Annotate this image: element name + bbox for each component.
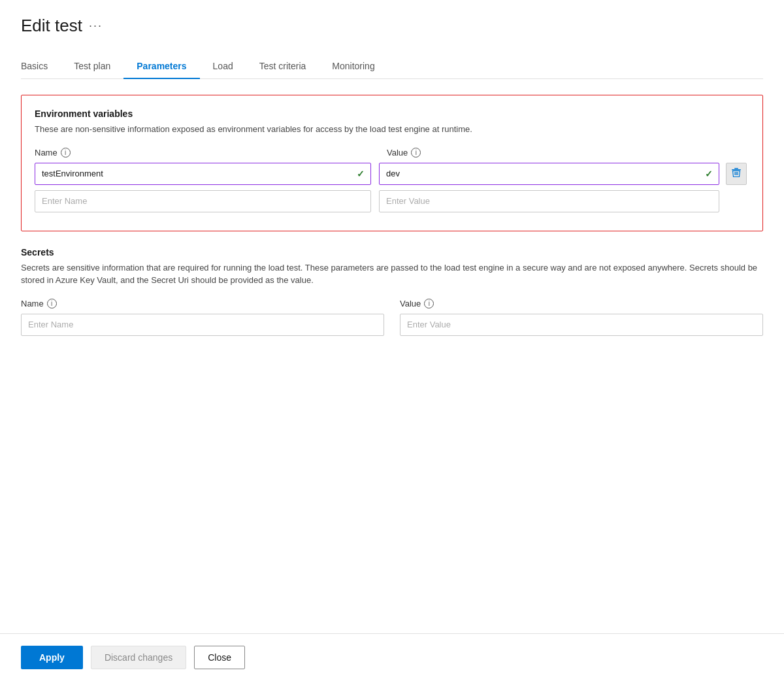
secrets-name-header: Name i [21, 299, 392, 314]
svg-rect-0 [734, 168, 738, 169]
env-row1-value-wrapper: ✓ [379, 163, 719, 185]
secrets-section-title: Secrets [21, 247, 763, 257]
env-row1-value-check-icon: ✓ [705, 169, 713, 179]
env-row1-name-wrapper: ✓ [35, 163, 371, 185]
secrets-value-header: Value i [392, 299, 763, 314]
tab-monitoring[interactable]: Monitoring [319, 54, 387, 79]
env-value-info-icon: i [411, 148, 421, 158]
env-variables-section: Environment variables These are non-sens… [21, 95, 763, 231]
discard-changes-button: Discard changes [91, 646, 186, 669]
apply-button[interactable]: Apply [21, 646, 83, 669]
env-fields-grid: Name i Value i ✓ ✓ [35, 148, 749, 218]
env-row2-name-cell [35, 190, 379, 218]
env-value-header: Value i [379, 148, 723, 163]
tab-test-criteria[interactable]: Test criteria [246, 54, 319, 79]
secrets-name-info-icon: i [47, 299, 57, 308]
env-row2-name-input[interactable] [35, 190, 371, 212]
env-row2-action-cell [723, 201, 749, 207]
env-row2-value-input[interactable] [379, 190, 719, 212]
env-row2-value-cell [379, 190, 723, 218]
secrets-row1-name-cell [21, 314, 392, 336]
close-button[interactable]: Close [194, 646, 245, 669]
env-row1-value-cell: ✓ [379, 163, 723, 190]
tab-parameters[interactable]: Parameters [123, 54, 199, 79]
page-title: Edit test ··· [21, 16, 763, 36]
secrets-row1-name-input[interactable] [21, 314, 384, 336]
tab-basics[interactable]: Basics [21, 54, 61, 79]
secrets-value-info-icon: i [424, 299, 434, 308]
secrets-fields-grid: Name i Value i [21, 299, 763, 336]
env-name-header: Name i [35, 148, 379, 163]
env-section-description: These are non-sensitive information expo… [35, 123, 749, 136]
secrets-row1-value-input[interactable] [400, 314, 763, 336]
env-row1-delete-button[interactable] [726, 163, 747, 185]
env-row1-name-cell: ✓ [35, 163, 379, 190]
tab-bar: Basics Test plan Parameters Load Test cr… [21, 54, 763, 79]
env-name-info-icon: i [61, 148, 71, 158]
secrets-row1-value-cell [392, 314, 763, 336]
env-row2-value-wrapper [379, 190, 719, 212]
svg-rect-1 [732, 169, 741, 171]
trash-icon [731, 167, 742, 180]
env-row2-name-wrapper [35, 190, 371, 212]
tab-test-plan[interactable]: Test plan [61, 54, 123, 79]
env-row1-name-check-icon: ✓ [357, 169, 365, 179]
env-row1-value-input[interactable] [379, 163, 719, 185]
page-title-ellipsis: ··· [89, 19, 103, 33]
secrets-section-description: Secrets are sensitive information that a… [21, 261, 763, 287]
env-row1-action-cell [723, 163, 749, 190]
env-section-title: Environment variables [35, 108, 749, 119]
secrets-section: Secrets Secrets are sensitive informatio… [21, 247, 763, 336]
env-row1-name-input[interactable] [35, 163, 371, 185]
page-title-text: Edit test [21, 16, 82, 36]
footer: Apply Discard changes Close [0, 633, 784, 681]
tab-load[interactable]: Load [200, 54, 246, 79]
